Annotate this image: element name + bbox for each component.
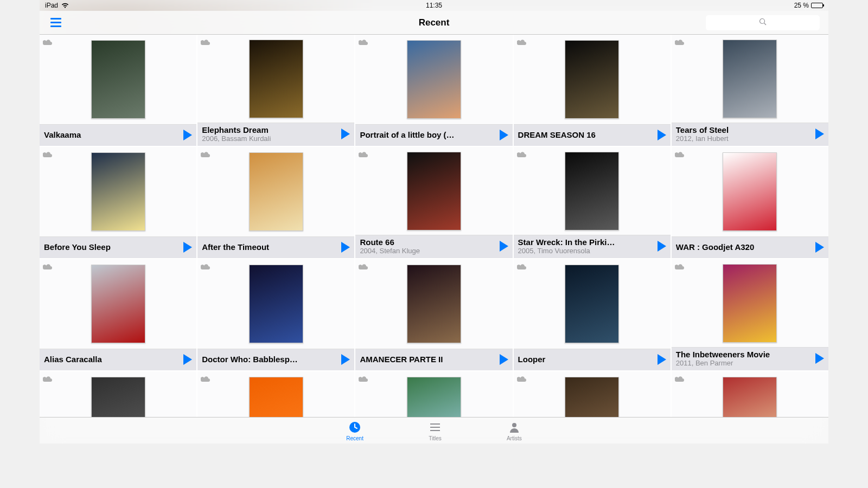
media-cell[interactable]: [40, 371, 196, 417]
cloud-icon: [201, 262, 210, 272]
media-subtitle: 2011, Ben Parmer: [676, 359, 812, 367]
media-cell[interactable]: Doctor Who: Babblesp…: [197, 259, 354, 370]
poster-thumbnail: [249, 377, 303, 417]
device-label: iPad: [45, 2, 58, 9]
poster-thumbnail: [407, 152, 461, 230]
media-meta: Star Wreck: In the Pirki…2005, Timo Vuor…: [514, 235, 671, 258]
media-meta: Tears of Steel2012, Ian Hubert: [672, 123, 828, 146]
media-meta: Looper: [514, 349, 671, 370]
media-cell[interactable]: Star Wreck: In the Pirki…2005, Timo Vuor…: [514, 147, 671, 258]
play-button[interactable]: [500, 354, 508, 365]
media-cell[interactable]: Portrait of a little boy (…: [355, 35, 512, 146]
play-button[interactable]: [815, 129, 824, 139]
media-cell[interactable]: [355, 371, 512, 417]
poster-area: [197, 371, 354, 417]
poster-area: [514, 371, 671, 417]
media-cell[interactable]: The Inbetweeners Movie2011, Ben Parmer: [672, 259, 828, 370]
search-input[interactable]: [706, 15, 820, 30]
battery-icon: [811, 3, 823, 8]
poster-area: [514, 35, 671, 124]
cloud-icon: [517, 262, 527, 272]
clock: 11:35: [304, 2, 564, 9]
page-title: Recent: [419, 17, 450, 28]
media-subtitle: 2005, Timo Vuorensola: [518, 247, 654, 255]
media-title: DREAM SEASON 16: [518, 130, 654, 139]
play-button[interactable]: [500, 130, 508, 140]
cloud-icon: [675, 262, 685, 272]
tab-titles[interactable]: Titles: [429, 420, 442, 441]
poster-area: [514, 259, 671, 349]
tab-bar: Recent Titles Artists: [40, 417, 828, 444]
media-cell[interactable]: [514, 371, 671, 417]
media-cell[interactable]: Valkaama: [40, 35, 196, 146]
media-subtitle: 2004, Stefan Kluge: [360, 247, 496, 255]
media-title: Star Wreck: In the Pirki…: [518, 237, 654, 247]
media-meta: Route 662004, Stefan Kluge: [355, 235, 512, 258]
poster-thumbnail: [723, 264, 777, 343]
cloud-icon: [201, 38, 210, 48]
media-cell[interactable]: WAR : Goodjet A320: [672, 147, 828, 258]
poster-thumbnail: [91, 265, 145, 343]
poster-thumbnail: [565, 265, 619, 343]
media-cell[interactable]: [672, 371, 828, 417]
media-title: Elephants Dream: [202, 125, 338, 134]
media-cell[interactable]: After the Timeout: [197, 147, 354, 258]
poster-area: [40, 371, 196, 417]
clock-icon: [348, 420, 361, 434]
menu-button[interactable]: [48, 16, 63, 29]
poster-thumbnail: [407, 377, 461, 417]
media-title: Doctor Who: Babblesp…: [202, 355, 338, 364]
play-button[interactable]: [500, 241, 508, 252]
media-cell[interactable]: [197, 371, 354, 417]
play-button[interactable]: [658, 354, 666, 365]
tab-artists[interactable]: Artists: [507, 420, 522, 441]
media-cell[interactable]: Alias Caracalla: [40, 259, 196, 370]
play-button[interactable]: [183, 130, 192, 140]
media-cell[interactable]: Before You Sleep: [40, 147, 196, 258]
media-cell[interactable]: Elephants Dream2006, Bassam Kurdali: [197, 35, 354, 146]
play-button[interactable]: [341, 354, 350, 365]
play-button[interactable]: [183, 242, 192, 253]
cloud-icon: [359, 150, 368, 160]
status-right: 25 %: [564, 2, 823, 9]
nav-bar: Recent: [40, 11, 828, 35]
poster-area: [672, 147, 828, 236]
status-left: iPad: [45, 2, 304, 9]
cloud-icon: [359, 375, 368, 384]
poster-area: [672, 259, 828, 347]
poster-thumbnail: [565, 40, 619, 119]
media-cell[interactable]: Looper: [514, 259, 671, 370]
media-cell[interactable]: AMANECER PARTE II: [355, 259, 512, 370]
poster-area: [40, 35, 196, 124]
list-icon: [429, 420, 442, 434]
play-button[interactable]: [658, 241, 666, 252]
cloud-icon: [675, 38, 685, 48]
media-meta: The Inbetweeners Movie2011, Ben Parmer: [672, 347, 828, 370]
cloud-icon: [43, 38, 53, 48]
poster-area: [355, 35, 512, 124]
media-meta: Before You Sleep: [40, 236, 196, 258]
play-button[interactable]: [815, 242, 824, 253]
play-button[interactable]: [658, 130, 666, 140]
play-button[interactable]: [815, 353, 824, 364]
media-title: Valkaama: [44, 130, 180, 139]
media-title: WAR : Goodjet A320: [676, 242, 812, 252]
poster-thumbnail: [91, 152, 145, 231]
play-button[interactable]: [183, 354, 192, 365]
media-title: Before You Sleep: [44, 242, 180, 252]
media-title: Portrait of a little boy (…: [360, 130, 496, 139]
status-bar: iPad 11:35 25 %: [40, 0, 828, 11]
play-button[interactable]: [341, 242, 350, 253]
poster-area: [197, 35, 354, 123]
search-wrap: [706, 15, 820, 30]
cloud-icon: [201, 375, 210, 384]
media-cell[interactable]: Route 662004, Stefan Kluge: [355, 147, 512, 258]
play-button[interactable]: [341, 129, 350, 139]
media-cell[interactable]: DREAM SEASON 16: [514, 35, 671, 146]
poster-thumbnail: [249, 40, 303, 118]
media-cell[interactable]: Tears of Steel2012, Ian Hubert: [672, 35, 828, 146]
media-title: Looper: [518, 355, 654, 364]
cloud-icon: [517, 375, 527, 384]
poster-thumbnail: [407, 40, 461, 119]
tab-recent[interactable]: Recent: [346, 420, 363, 441]
